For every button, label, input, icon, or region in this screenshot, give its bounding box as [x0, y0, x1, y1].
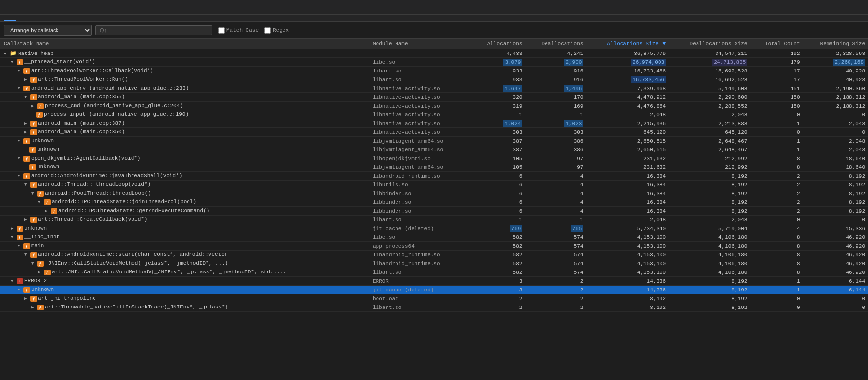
col-deallocations[interactable]: Deallocations: [525, 39, 586, 49]
func-icon: ƒ: [29, 147, 36, 153]
total-count-cell: 150: [750, 93, 803, 102]
allocations-cell: 1,647: [469, 84, 525, 93]
name-cell: ▼ƒandroid_main (main.cpp:355): [0, 93, 370, 102]
table-row[interactable]: ▼ƒ__libc_initlibc.so5825744,153,1004,106…: [0, 233, 868, 242]
expand-icon[interactable]: ▼: [18, 69, 22, 73]
func-icon: ƒ: [44, 199, 51, 205]
table-row[interactable]: ƒprocess_input (android_native_app_glue.…: [0, 110, 868, 119]
table-row[interactable]: ▼📁Native heap4,4334,24136,875,77934,547,…: [0, 49, 868, 58]
expand-icon[interactable]: ▼: [31, 191, 36, 196]
table-row[interactable]: ▼ƒunknownjit-cache (deleted)3214,3368,19…: [0, 286, 868, 294]
deallocations-cell: 2: [525, 294, 586, 303]
alloc-size-cell: 2,650,515: [586, 137, 669, 145]
total-count-cell: 0: [750, 303, 803, 312]
table-row[interactable]: ▶ƒart::Thread::CreateCallback(void*)liba…: [0, 216, 868, 224]
expand-icon[interactable]: ▶: [38, 270, 43, 275]
row-name-text: unknown: [24, 225, 47, 231]
tab-visualization[interactable]: [16, 15, 27, 21]
table-row[interactable]: ▼ƒunknownlibjvmtiagent_arm64.so3873862,6…: [0, 137, 868, 145]
table-row[interactable]: ▶ƒart_jni_trampolineboot.oat228,1928,192…: [0, 294, 868, 303]
table-row[interactable]: ▼ƒandroid::AndroidRuntime::start(char co…: [0, 251, 868, 259]
expand-icon[interactable]: ▼: [24, 253, 29, 257]
col-dealloc-size[interactable]: Deallocations Size: [669, 39, 750, 49]
row-name-text: android_main (main.cpp:387): [38, 120, 125, 126]
expand-icon[interactable]: ▼: [4, 52, 9, 56]
row-name-text: android::AndroidRuntime::start(char cons…: [38, 252, 227, 257]
remaining-size-cell: 2,260,168: [803, 58, 868, 67]
deallocations-cell: 916: [525, 67, 586, 75]
table-container: Callstack Name Module Name Allocations D…: [0, 39, 868, 375]
regex-checkbox[interactable]: Regex: [264, 27, 289, 34]
table-row[interactable]: ▶ƒart::JNI::CallStaticVoidMethodV(_JNIEn…: [0, 268, 868, 277]
tab-table[interactable]: [4, 15, 16, 21]
table-row[interactable]: ▼ƒandroid::Thread::_threadLoop(void*)lib…: [0, 181, 868, 189]
table-row[interactable]: ▼ƒopenjdkjvmti::AgentCallback(void*)libo…: [0, 154, 868, 163]
dealloc-size-cell: 5,149,608: [669, 84, 750, 93]
table-row[interactable]: ▼ƒ__pthread_start(void*)libc.so3,0792,90…: [0, 58, 868, 67]
table-row[interactable]: ▼ƒandroid::AndroidRuntime::javaThreadShe…: [0, 172, 868, 181]
deallocations-cell: 169: [525, 102, 586, 110]
table-row[interactable]: ▶ƒprocess_cmd (android_native_app_glue.c…: [0, 102, 868, 110]
func-icon: ƒ: [30, 217, 37, 223]
expand-icon[interactable]: ▼: [38, 200, 43, 205]
expand-icon[interactable]: ▼: [18, 86, 22, 91]
col-callstack[interactable]: Callstack Name: [0, 39, 370, 49]
table-row[interactable]: ▼EERROR 2ERROR3214,3368,19216,144: [0, 277, 868, 286]
col-total-count[interactable]: Total Count: [750, 39, 803, 49]
table-row[interactable]: ▼ƒandroid_app_entry (android_native_app_…: [0, 84, 868, 93]
table-row[interactable]: ▼ƒ_JNIEnv::CallStaticVoidMethod(_jclass*…: [0, 259, 868, 268]
table-row[interactable]: ▶ƒandroid_main (main.cpp:350)libnative-a…: [0, 128, 868, 137]
expand-icon[interactable]: ▼: [18, 174, 22, 179]
dealloc-size-cell: 2,048: [669, 216, 750, 224]
table-row[interactable]: ▼ƒmainapp_process645825744,153,1004,106,…: [0, 242, 868, 251]
table-row[interactable]: ▶ƒandroid::IPCThreadState::getAndExecute…: [0, 207, 868, 216]
remaining-size-cell: 18,640: [803, 154, 868, 163]
alloc-size-cell: 16,733,456: [586, 75, 669, 84]
expand-icon[interactable]: ▶: [24, 129, 29, 135]
match-case-checkbox[interactable]: Match Case: [218, 27, 259, 34]
expand-icon[interactable]: ▶: [24, 217, 29, 222]
name-cell: ▶ƒunknown: [0, 224, 370, 233]
name-cell: ▼ƒandroid::IPCThreadState::joinThreadPoo…: [0, 198, 370, 207]
col-allocations[interactable]: Allocations: [469, 39, 525, 49]
module-cell: libbinder.so: [370, 189, 469, 198]
expand-icon[interactable]: ▼: [24, 182, 29, 187]
expand-icon[interactable]: ▼: [18, 288, 22, 292]
expand-icon[interactable]: ▶: [45, 208, 50, 214]
col-alloc-size[interactable]: Allocations Size ▼: [586, 39, 669, 49]
table-row[interactable]: ▼ƒandroid::IPCThreadState::joinThreadPoo…: [0, 198, 868, 207]
table-row[interactable]: ▼ƒandroid_main (main.cpp:355)libnative-a…: [0, 93, 868, 102]
table-row[interactable]: ▼ƒandroid::PoolThread::threadLoop()libbi…: [0, 189, 868, 198]
table-row[interactable]: ƒunknownlibjvmtiagent_arm64.so10597231,6…: [0, 163, 868, 172]
expand-icon[interactable]: ▼: [18, 156, 22, 161]
table-row[interactable]: ▼ƒart::ThreadPoolWorker::Callback(void*)…: [0, 67, 868, 75]
expand-icon[interactable]: ▼: [18, 244, 22, 249]
expand-icon[interactable]: ▶: [24, 77, 29, 82]
expand-icon[interactable]: ▶: [31, 103, 36, 109]
expand-icon[interactable]: ▼: [11, 279, 16, 284]
arrange-dropdown[interactable]: Arrange by callstack: [4, 25, 92, 36]
allocations-cell: 582: [469, 242, 525, 251]
table-row[interactable]: ▶ƒart::ThreadPoolWorker::Run()libart.so9…: [0, 75, 868, 84]
col-remaining-size[interactable]: Remaining Size: [803, 39, 868, 49]
expand-icon[interactable]: ▶: [31, 305, 36, 310]
table-row[interactable]: ▶ƒart::Throwable_nativeFillInStackTrace(…: [0, 303, 868, 312]
expand-icon[interactable]: ▼: [24, 95, 29, 100]
table-row[interactable]: ƒunknownlibjvmtiagent_arm64.so3873862,65…: [0, 145, 868, 154]
expand-icon[interactable]: ▶: [11, 226, 16, 231]
expand-icon[interactable]: ▶: [24, 296, 29, 301]
dealloc-size-cell: 212,992: [669, 163, 750, 172]
expand-icon[interactable]: ▶: [24, 121, 29, 126]
name-cell: ƒunknown: [0, 145, 370, 154]
table-row[interactable]: ▶ƒunknownjit-cache (deleted)7697655,734,…: [0, 224, 868, 233]
col-module[interactable]: Module Name: [370, 39, 469, 49]
module-cell: libopenjdkjvmti.so: [370, 154, 469, 163]
func-icon: ƒ: [17, 235, 23, 240]
expand-icon[interactable]: ▼: [11, 60, 16, 65]
search-input[interactable]: [95, 25, 212, 35]
expand-icon[interactable]: ▼: [18, 139, 22, 144]
table-row[interactable]: ▶ƒandroid_main (main.cpp:387)libnative-a…: [0, 119, 868, 128]
alloc-size-cell: 4,476,864: [586, 102, 669, 110]
expand-icon[interactable]: ▼: [31, 261, 36, 266]
expand-icon[interactable]: ▼: [11, 235, 16, 240]
